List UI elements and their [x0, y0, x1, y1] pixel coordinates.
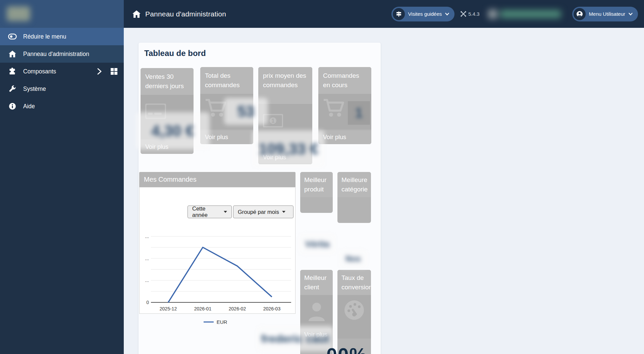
chevron-right-icon: [97, 68, 102, 75]
components-dashboard-grid-icon[interactable]: [110, 68, 118, 75]
best-product-value-blurred: Vérita: [299, 234, 336, 254]
sidebar-item-help[interactable]: Aide: [0, 98, 124, 115]
sidebar-item-label: Composants: [23, 68, 56, 75]
kpi-card-link[interactable]: Voir plus: [318, 130, 371, 144]
best-category-value-blurred: Nos: [339, 250, 367, 268]
card-title: Meilleure catégorie: [337, 172, 371, 197]
header-actions: Visites guidées 5.4.3 Menu Utilisateur: [391, 0, 638, 28]
legend-line-swatch: [204, 321, 214, 322]
card-title: Meilleur client: [300, 270, 333, 295]
wrench-icon: [7, 85, 17, 93]
svg-text:...: ...: [145, 278, 149, 283]
site-logo-blurred: [7, 6, 30, 21]
svg-text:2026-02: 2026-02: [229, 306, 246, 311]
user-icon: [574, 8, 586, 20]
grouping-filter-dropdown[interactable]: Groupé par mois: [233, 205, 293, 218]
period-filter-label: Cette année: [192, 205, 221, 218]
sidebar-item-label: Réduire le menu: [23, 33, 66, 40]
sidebar-item-label: Aide: [23, 103, 35, 110]
sidebar-item-toggle-menu[interactable]: Réduire le menu: [0, 28, 124, 45]
user-menu-label: Menu Utilisateur: [589, 11, 625, 17]
cart-icon: [323, 99, 344, 118]
kpi-card-title: Commandes en cours: [318, 67, 371, 94]
svg-text:...: ...: [145, 256, 149, 261]
chart-legend: EUR: [140, 319, 291, 325]
dashboard-panel: Tableau de bord Ventes 30 derniers jours…: [139, 43, 381, 354]
chevron-down-icon: [629, 12, 633, 16]
svg-text:2025-12: 2025-12: [160, 306, 177, 311]
card-best-product[interactable]: Meilleur produit: [300, 172, 333, 213]
dropdown-caret-icon: [282, 211, 285, 213]
sidebar-item-system[interactable]: Système: [0, 80, 124, 98]
home-icon: [7, 51, 17, 57]
period-filter-dropdown[interactable]: Cette année: [187, 205, 232, 218]
chevron-down-icon: [445, 12, 449, 16]
kpi-value-blurred: 53: [224, 98, 268, 125]
puzzle-icon: [7, 68, 17, 75]
site-preview-button-blurred[interactable]: [486, 7, 566, 21]
grouping-filter-label: Groupé par mois: [238, 209, 279, 215]
kpi-value-blurred: 1: [355, 105, 363, 121]
svg-text:1: 1: [272, 118, 275, 124]
orders-panel: Mes Commandes Cette année Groupé par moi…: [139, 172, 296, 314]
dropdown-caret-icon: [224, 211, 227, 213]
card-conversion-rate[interactable]: Taux de conversion: [337, 270, 371, 354]
top-header: Panneau d'administration Visites guidées…: [0, 0, 644, 28]
line-chart: .........02025-122026-012026-022026-03: [142, 221, 293, 321]
best-customer-value-blurred: frederic caut: [257, 326, 334, 351]
svg-text:2026-01: 2026-01: [194, 306, 212, 311]
kpi-card-title: Ventes 30 derniers jours: [141, 68, 194, 95]
kpi-card-title: Total des commandes: [200, 67, 253, 94]
orders-panel-title: Mes Commandes: [139, 172, 296, 187]
kpi-value-blurred: 109,33 €: [253, 130, 325, 167]
signpost-icon: [393, 8, 405, 20]
gauge-icon: [344, 300, 365, 320]
sidebar-item-dashboard[interactable]: Panneau d'administration: [0, 45, 124, 63]
sidebar-item-label: Panneau d'administration: [23, 51, 89, 58]
version-text: 5.4.3: [468, 11, 479, 17]
home-icon: [132, 10, 141, 18]
card-best-category[interactable]: Meilleure catégorie: [337, 172, 371, 223]
joomla-version: 5.4.3: [461, 11, 479, 17]
svg-text:...: ...: [145, 234, 149, 239]
legend-label: EUR: [217, 319, 227, 325]
card-title: Taux de conversion: [337, 270, 371, 295]
header-logo-block: [0, 0, 124, 28]
user-menu-button[interactable]: Menu Utilisateur: [572, 7, 638, 21]
info-icon: [7, 103, 17, 110]
conversion-rate-value-clipped: 00%: [326, 344, 367, 354]
orders-chart-area: Cette année Groupé par mois .........020…: [139, 187, 296, 314]
guided-tours-label: Visites guidées: [408, 11, 442, 17]
toggle-icon: [7, 34, 17, 40]
sidebar-item-label: Système: [23, 85, 46, 93]
svg-text:2026-03: 2026-03: [263, 306, 281, 311]
page-title: Tableau de bord: [144, 49, 206, 58]
person-icon: [307, 301, 327, 322]
page-header-title: Panneau d'administration: [145, 10, 226, 18]
card-title: Meilleur produit: [300, 172, 333, 197]
sidebar-item-components[interactable]: Composants: [0, 63, 124, 80]
breadcrumb: Panneau d'administration: [132, 0, 226, 28]
kpi-value-blurred: 4,30 €: [136, 112, 210, 149]
joomla-icon: [461, 11, 466, 17]
sidebar-nav: Réduire le menu Panneau d'administration…: [0, 28, 124, 354]
main-content: Tableau de bord Ventes 30 derniers jours…: [124, 28, 644, 354]
kpi-card-pending-orders[interactable]: Commandes en cours 1 Voir plus: [318, 67, 371, 144]
guided-tours-button[interactable]: Visites guidées: [391, 7, 455, 21]
svg-text:0: 0: [146, 300, 149, 305]
